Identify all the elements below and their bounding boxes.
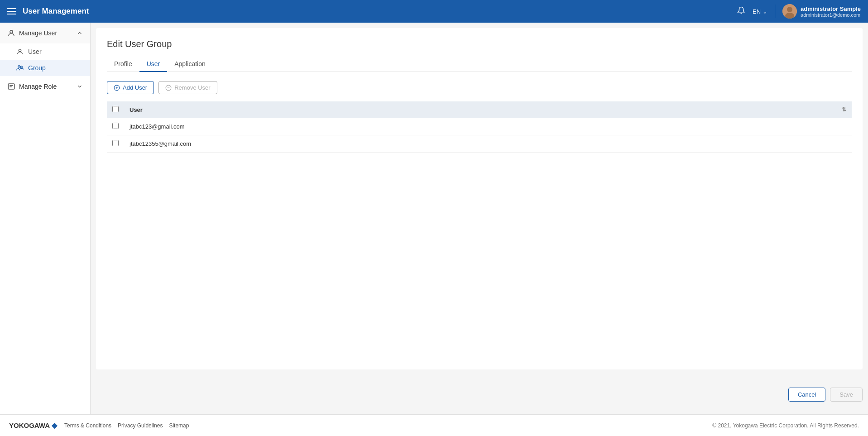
footer-links: Terms & Conditions Privacy Guidelines Si…: [64, 422, 189, 429]
app-title: User Management: [23, 7, 89, 16]
svg-point-5: [18, 66, 20, 67]
manage-user-icon: [7, 29, 15, 37]
topnav-left: User Management: [7, 7, 89, 16]
tab-user[interactable]: User: [139, 57, 168, 72]
tab-profile[interactable]: Profile: [107, 57, 139, 72]
content-inner: Edit User Group Profile User Application…: [96, 28, 863, 369]
group-item-label: Group: [28, 64, 46, 72]
header-user-column: User ⇅: [124, 101, 852, 118]
chevron-up-icon: [77, 30, 83, 36]
privacy-link[interactable]: Privacy Guidelines: [118, 422, 163, 429]
tabs: Profile User Application: [107, 57, 852, 72]
page-title: Edit User Group: [107, 39, 852, 49]
user-icon: [16, 48, 24, 55]
hamburger-menu[interactable]: [7, 8, 16, 14]
svg-point-6: [20, 66, 22, 68]
action-bar: Add User Remove User: [107, 81, 852, 94]
topnav: User Management EN ⌄ administrator Sampl: [0, 0, 868, 23]
svg-point-4: [19, 49, 21, 52]
svg-point-3: [10, 30, 13, 33]
sidebar-manage-role-section[interactable]: Manage Role: [0, 76, 90, 97]
language-selector[interactable]: EN ⌄: [753, 8, 767, 15]
sort-icon[interactable]: ⇅: [842, 106, 846, 113]
cancel-button[interactable]: Cancel: [788, 388, 825, 402]
footer-actions: Cancel Save: [96, 380, 863, 409]
sidebar-manage-user-section: Manage User User Group: [0, 23, 90, 76]
topnav-right: EN ⌄ administrator Sample administrator1…: [737, 4, 861, 19]
footer-brand: YOKOGAWA ◆: [9, 421, 57, 430]
select-all-checkbox[interactable]: [112, 106, 119, 112]
sidebar-item-group[interactable]: Group: [0, 60, 90, 76]
user-details: administrator Sample administrator1@demo…: [801, 5, 861, 18]
topnav-divider: [775, 5, 775, 18]
save-button[interactable]: Save: [830, 388, 863, 402]
manage-role-icon: [7, 82, 15, 91]
footer-left: YOKOGAWA ◆ Terms & Conditions Privacy Gu…: [9, 421, 189, 430]
add-icon: [114, 85, 120, 91]
content-area: Edit User Group Profile User Application…: [91, 23, 868, 414]
table-row: jtabc12355@gmail.com: [107, 135, 852, 153]
main-layout: Manage User User Group: [0, 23, 868, 414]
user-email-1: jtabc123@gmail.com: [124, 118, 852, 135]
header-checkbox-cell: [107, 101, 124, 118]
remove-icon: [165, 85, 172, 91]
svg-point-1: [787, 7, 792, 12]
sidebar-manage-user-header[interactable]: Manage User: [0, 23, 90, 43]
manage-user-label: Manage User: [19, 29, 57, 37]
sitemap-link[interactable]: Sitemap: [169, 422, 189, 429]
avatar: [782, 4, 797, 19]
user-profile[interactable]: administrator Sample administrator1@demo…: [782, 4, 861, 19]
table-header: User ⇅: [107, 101, 852, 118]
user-table-body: jtabc123@gmail.com jtabc12355@gmail.com: [107, 118, 852, 153]
table-row: jtabc123@gmail.com: [107, 118, 852, 135]
sidebar: Manage User User Group: [0, 23, 91, 414]
manage-role-label: Manage Role: [19, 83, 57, 90]
notifications-icon[interactable]: [737, 6, 745, 17]
user-item-label: User: [28, 48, 42, 55]
group-icon: [16, 64, 24, 72]
user-email-2: jtabc12355@gmail.com: [124, 135, 852, 153]
page-footer: YOKOGAWA ◆ Terms & Conditions Privacy Gu…: [0, 414, 868, 436]
sidebar-item-user[interactable]: User: [0, 43, 90, 60]
row-checkbox-1[interactable]: [112, 123, 119, 129]
tab-application[interactable]: Application: [167, 57, 213, 72]
user-table: User ⇅ jtabc123@gmail.com: [107, 101, 852, 153]
terms-link[interactable]: Terms & Conditions: [64, 422, 111, 429]
add-user-button[interactable]: Add User: [107, 81, 154, 94]
row-checkbox-2[interactable]: [112, 140, 119, 146]
user-email: administrator1@demo.com: [801, 12, 861, 18]
user-name: administrator Sample: [801, 5, 861, 12]
chevron-down-icon: [77, 83, 83, 90]
remove-user-button[interactable]: Remove User: [158, 81, 217, 94]
footer-copyright: © 2021, Yokogawa Electric Corporation. A…: [712, 422, 859, 429]
